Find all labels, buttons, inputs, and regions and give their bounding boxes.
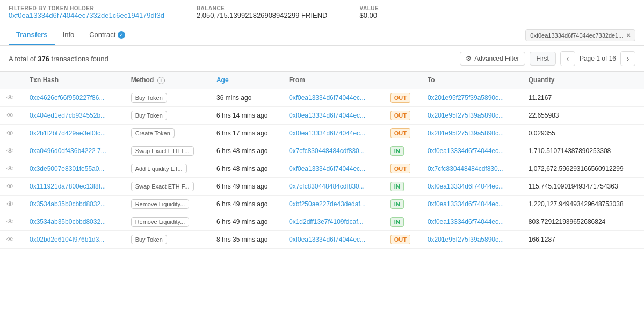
txn-hash-link[interactable]: 0x404ed1ed7cb934552b... xyxy=(30,112,106,119)
direction-badge: OUT xyxy=(390,93,410,103)
filtered-section: FILTERED BY TOKEN HOLDER 0xf0ea13334d6f7… xyxy=(9,5,164,19)
value-section: VALUE $0.00 xyxy=(359,5,379,19)
to-cell: 0x201e95f275f39a5890c... xyxy=(421,230,522,248)
method-badge: Create Token xyxy=(131,128,175,138)
to-cell: 0x7cfc830448484cdf830... xyxy=(421,160,522,177)
tab-transfers-label: Transfers xyxy=(16,31,48,39)
eye-icon[interactable]: 👁 xyxy=(6,164,14,173)
filtered-address[interactable]: 0xf0ea13334d6f74044ec7332de1c6ec194179df… xyxy=(9,11,164,19)
method-cell: Add Liquidity ET... xyxy=(125,160,210,177)
eye-icon[interactable]: 👁 xyxy=(6,218,14,226)
balance-label: BALANCE xyxy=(197,5,328,11)
col-direction xyxy=(384,72,421,89)
from-link[interactable]: 0x7cfc830448484cdf830... xyxy=(289,147,365,155)
from-link[interactable]: 0xf0ea13334d6f74044ec... xyxy=(289,236,365,243)
first-button[interactable]: First xyxy=(530,52,556,66)
txn-hash-link[interactable]: 0x3de5007e8301fe55a0... xyxy=(30,165,104,172)
txn-hash-cell: 0x2b1f2bf7d429ae3ef0fc... xyxy=(23,124,125,142)
direction-badge: IN xyxy=(390,182,404,191)
to-link[interactable]: 0xf0ea13334d6f74044ec... xyxy=(428,218,504,226)
advanced-filter-button[interactable]: ⚙ Advanced Filter xyxy=(460,52,525,66)
from-link[interactable]: 0xf0ea13334d6f74044ec... xyxy=(289,112,365,119)
txn-hash-link[interactable]: 0xe4626ef66f950227f86... xyxy=(30,94,104,102)
eye-icon[interactable]: 👁 xyxy=(6,200,14,208)
tab-contract-label: Contract xyxy=(89,31,115,39)
txn-hash-link[interactable]: 0xa0496d0df436b4222 7... xyxy=(30,147,106,155)
eye-icon[interactable]: 👁 xyxy=(6,111,14,120)
to-link[interactable]: 0xf0ea13334d6f74044ec... xyxy=(428,200,504,208)
from-cell: 0x7cfc830448484cdf830... xyxy=(283,142,384,160)
table-row: 👁 0x3534ab35b0cbbd8032... Remove Liquidi… xyxy=(0,195,644,213)
table-row: 👁 0x02bd2e6104f976b1d3... Buy Token 8 hr… xyxy=(0,230,644,248)
from-link[interactable]: 0xf0ea13334d6f74044ec... xyxy=(289,94,365,102)
quantity-cell: 1,710.510714387890253308 xyxy=(522,142,644,160)
quantity-cell: 22.655983 xyxy=(522,106,644,124)
eye-icon[interactable]: 👁 xyxy=(6,147,14,155)
result-number: 376 xyxy=(38,55,49,63)
method-info-icon[interactable]: i xyxy=(157,77,165,84)
from-link[interactable]: 0x1d2dff13e7f4109fdcaf... xyxy=(289,218,364,226)
toolbar: A total of 376 transactions found ⚙ Adva… xyxy=(0,46,644,72)
from-link[interactable]: 0xbf250ae227de43dedaf... xyxy=(289,200,366,208)
method-cell: Remove Liquidity... xyxy=(125,195,210,213)
to-link[interactable]: 0x201e95f275f39a5890c... xyxy=(428,236,504,243)
result-count: A total of 376 transactions found xyxy=(9,55,455,63)
prev-button[interactable]: ‹ xyxy=(560,51,575,66)
from-link[interactable]: 0x7cfc830448484cdf830... xyxy=(289,183,365,190)
eye-cell: 👁 xyxy=(0,177,23,195)
balance-value: 2,050,715.139921826908942299 FRIEND xyxy=(197,11,328,19)
to-link[interactable]: 0x201e95f275f39a5890c... xyxy=(428,129,504,137)
direction-cell: OUT xyxy=(384,124,421,142)
next-button[interactable]: › xyxy=(620,51,635,66)
eye-cell: 👁 xyxy=(0,230,23,248)
to-link[interactable]: 0x201e95f275f39a5890c... xyxy=(428,94,504,102)
age-cell: 6 hrs 48 mins ago xyxy=(210,160,283,177)
eye-icon[interactable]: 👁 xyxy=(6,93,14,102)
col-quantity: Quantity xyxy=(522,72,644,89)
table-row: 👁 0x404ed1ed7cb934552b... Buy Token 6 hr… xyxy=(0,106,644,124)
txn-hash-link[interactable]: 0x2b1f2bf7d429ae3ef0fc... xyxy=(30,129,106,137)
from-cell: 0x1d2dff13e7f4109fdcaf... xyxy=(283,213,384,230)
from-link[interactable]: 0xf0ea13334d6f74044ec... xyxy=(289,165,365,172)
direction-cell: IN xyxy=(384,213,421,230)
txn-hash-link[interactable]: 0x111921da7800ec13f8f... xyxy=(30,183,106,190)
eye-icon[interactable]: 👁 xyxy=(6,182,14,191)
method-cell: Remove Liquidity... xyxy=(125,213,210,230)
filter-chip-close[interactable]: × xyxy=(626,31,631,39)
table-row: 👁 0xe4626ef66f950227f86... Buy Token 36 … xyxy=(0,89,644,106)
txn-hash-link[interactable]: 0x3534ab35b0cbbd8032... xyxy=(30,200,106,208)
eye-cell: 👁 xyxy=(0,124,23,142)
direction-badge: OUT xyxy=(390,164,410,173)
method-badge: Add Liquidity ET... xyxy=(131,164,187,173)
to-link[interactable]: 0x7cfc830448484cdf830... xyxy=(428,165,503,172)
eye-cell: 👁 xyxy=(0,195,23,213)
quantity-cell: 11.2167 xyxy=(522,89,644,106)
col-to: To xyxy=(421,72,522,89)
age-cell: 6 hrs 49 mins ago xyxy=(210,177,283,195)
eye-cell: 👁 xyxy=(0,106,23,124)
from-link[interactable]: 0xf0ea13334d6f74044ec... xyxy=(289,129,365,137)
quantity-cell: 1,220,127.949493429648753038 xyxy=(522,195,644,213)
to-link[interactable]: 0xf0ea13334d6f74044ec... xyxy=(428,147,504,155)
txn-hash-cell: 0x3de5007e8301fe55a0... xyxy=(23,160,125,177)
eye-icon[interactable]: 👁 xyxy=(6,235,14,244)
tab-contract[interactable]: Contract ✓ xyxy=(82,25,133,45)
to-cell: 0xf0ea13334d6f74044ec... xyxy=(421,177,522,195)
age-cell: 6 hrs 17 mins ago xyxy=(210,124,283,142)
tab-info[interactable]: Info xyxy=(55,25,82,45)
from-cell: 0xf0ea13334d6f74044ec... xyxy=(283,230,384,248)
from-cell: 0xbf250ae227de43dedaf... xyxy=(283,195,384,213)
from-cell: 0xf0ea13334d6f74044ec... xyxy=(283,124,384,142)
txn-hash-link[interactable]: 0x02bd2e6104f976b1d3... xyxy=(30,236,104,243)
eye-icon[interactable]: 👁 xyxy=(6,129,14,138)
txn-hash-link[interactable]: 0x3534ab35b0cbbd8032... xyxy=(30,218,106,226)
to-link[interactable]: 0x201e95f275f39a5890c... xyxy=(428,112,504,119)
to-cell: 0xf0ea13334d6f74044ec... xyxy=(421,195,522,213)
tab-transfers[interactable]: Transfers xyxy=(9,25,55,45)
eye-cell: 👁 xyxy=(0,89,23,106)
transactions-table: Txn Hash Method i Age From To Quantity 👁… xyxy=(0,72,644,249)
direction-badge: IN xyxy=(390,199,404,209)
to-link[interactable]: 0xf0ea13334d6f74044ec... xyxy=(428,183,504,190)
direction-cell: IN xyxy=(384,195,421,213)
direction-cell: OUT xyxy=(384,230,421,248)
